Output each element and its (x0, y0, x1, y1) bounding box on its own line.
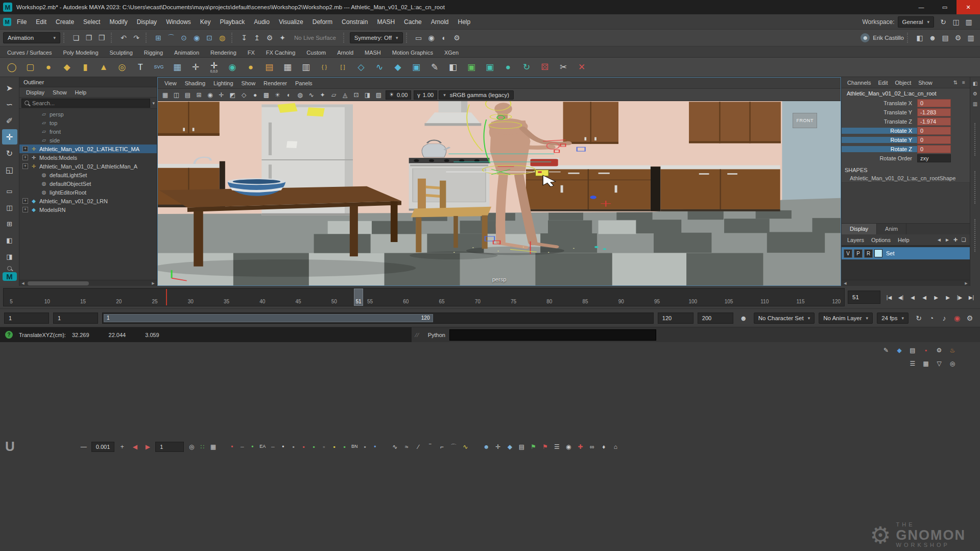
search-small-icon[interactable]: ◎ (947, 358, 958, 369)
loop-network-icon[interactable]: ↻ (518, 59, 535, 76)
shelf-tab[interactable]: FX (243, 48, 260, 57)
type-tool-icon[interactable]: T (132, 59, 149, 76)
right-base-cabinets[interactable] (526, 165, 780, 211)
tool-settings-tab-icon[interactable]: ⚙ (971, 89, 979, 98)
nurbs-cylinder-icon[interactable]: ▮ (77, 59, 94, 76)
curly-braces-icon[interactable]: { } (316, 59, 333, 76)
layer-color-swatch[interactable] (874, 249, 882, 257)
flag-green-icon[interactable]: ⚑ (528, 442, 538, 452)
new-scene-icon[interactable]: ❏ (70, 32, 82, 44)
nurbs-cube-icon[interactable]: ◆ (58, 59, 76, 76)
move-layer-up-icon[interactable]: ◄ (935, 236, 943, 244)
motion-path-icon[interactable]: ∿ (371, 59, 388, 76)
menu-item[interactable]: Select (79, 17, 105, 27)
joint-tool-icon[interactable]: ✛ (187, 59, 204, 76)
render-current-frame-icon[interactable]: ◉ (425, 32, 438, 44)
no-live-surface-label[interactable]: No Live Surface (290, 35, 340, 41)
workspace-dropdown[interactable]: General ▾ (898, 16, 934, 28)
panel-grip[interactable] (974, 171, 976, 204)
outliner-menu-item[interactable]: Show (49, 88, 70, 97)
channel-name[interactable]: Translate Y (842, 109, 917, 115)
multisample-icon[interactable]: ✦ (317, 89, 328, 100)
tangent-linear-icon[interactable]: ∕ (413, 442, 423, 452)
layout-four-pane-icon[interactable]: ⊞ (2, 216, 17, 231)
symmetry-dropdown[interactable]: Symmetry: Off ▾ (350, 32, 403, 43)
increment-icon[interactable]: + (117, 442, 127, 452)
channel-row[interactable]: Translate Z -1.974 (842, 117, 970, 126)
panel-grip[interactable] (974, 219, 976, 252)
outliner-menu-item[interactable]: Display (22, 88, 48, 97)
previous-key-icon[interactable]: ◀ (130, 442, 140, 452)
menu-item[interactable]: Windows (161, 17, 196, 27)
new-empty-layer-icon[interactable]: ✚ (951, 236, 960, 244)
screen-ao-icon[interactable]: ◍ (295, 89, 305, 100)
shelf-tab[interactable]: Motion Graphics (387, 48, 438, 57)
menu-item[interactable]: MASH (372, 17, 399, 27)
tangent-spline-icon[interactable]: ∿ (390, 442, 400, 452)
make-live-icon[interactable]: ◍ (216, 32, 228, 44)
pencil-curve-icon[interactable]: ✎ (426, 59, 443, 76)
layer-menu-item[interactable]: Help (894, 236, 913, 244)
highlight-selection-icon[interactable]: ✦ (276, 32, 289, 44)
tangent-flat-icon[interactable]: ‾ (425, 442, 435, 452)
move-tool-icon[interactable]: ✛ (2, 129, 17, 145)
channel-box-menu-item[interactable]: Show (915, 79, 936, 87)
infinity-icon[interactable]: ∞ (587, 442, 597, 452)
grid-c-icon[interactable]: ▥ (297, 59, 315, 76)
step-size-field[interactable]: 0.001 (91, 442, 115, 452)
outliner-item[interactable]: persp (19, 110, 157, 118)
viewport-canvas[interactable]: FRONT persp (158, 101, 841, 285)
outliner-item[interactable]: defaultLightSet (19, 171, 157, 179)
gamma-field[interactable]: γ 1.00 (414, 90, 437, 100)
expand-toggle-icon[interactable] (33, 172, 38, 178)
range-slider-bar[interactable]: 1 120 (104, 314, 433, 322)
scissors-icon[interactable]: ✂ (555, 59, 572, 76)
menu-item[interactable]: Arnold (426, 17, 453, 27)
dot-icon[interactable]: • (279, 442, 287, 452)
scroll-thumb[interactable] (28, 281, 89, 285)
attribute-editor-tab-icon[interactable]: ◧ (971, 79, 979, 87)
layer-menu-item[interactable]: Options (868, 236, 894, 244)
add-key-icon[interactable]: ✚ (575, 442, 585, 452)
delete-shelf-icon[interactable]: ✕ (573, 59, 590, 76)
move-layer-down-icon[interactable]: ► (943, 236, 951, 244)
range-slider-track[interactable]: 1 120 (102, 313, 654, 324)
blue-diamond-icon[interactable]: ◆ (894, 345, 904, 355)
channel-row[interactable]: Rotate X 0 (842, 126, 970, 135)
grid-view-icon[interactable]: ▦ (921, 358, 931, 369)
undo-icon[interactable]: ↶ (117, 32, 130, 44)
outliner-item[interactable]: + Athletic_Man_v01_02_LRN (19, 197, 157, 205)
scroll-left-icon[interactable]: ◀ (19, 280, 27, 286)
expand-toggle-icon[interactable]: + (22, 198, 28, 204)
search-input[interactable]: Search... (21, 99, 150, 108)
playhead[interactable]: 51 (354, 289, 363, 306)
panel-grip[interactable] (974, 123, 976, 156)
grid-snap-icon[interactable]: ▦ (208, 442, 218, 452)
gear-icon[interactable]: ⚙ (934, 345, 944, 355)
graph-icon[interactable]: ◇ (352, 59, 370, 76)
layer-menu-item[interactable]: Layers (844, 236, 868, 244)
redo-icon[interactable]: ↷ (130, 32, 142, 44)
menu-item[interactable]: Create (51, 17, 79, 27)
scroll-left-icon[interactable]: ◀ (842, 280, 849, 286)
tangent-plateau-icon[interactable]: ⌒ (448, 442, 459, 452)
sculpt-plane-icon[interactable]: ◧ (444, 59, 462, 76)
channel-slider-mode-icon[interactable]: ⇅ (951, 79, 960, 87)
playback-loop-icon[interactable]: ↻ (913, 312, 925, 324)
expand-toggle-icon[interactable] (33, 137, 38, 143)
hide-ui-icon[interactable]: ▥ (963, 16, 975, 28)
animation-end-field[interactable]: 200 (698, 313, 733, 324)
animation-start-field[interactable]: 1 (4, 313, 49, 324)
command-line-grip[interactable]: ⁄⁄ (412, 332, 424, 338)
oversscan-icon[interactable]: ◩ (227, 89, 238, 100)
layout-two-pane-icon[interactable]: ◫ (2, 200, 17, 215)
channel-box-hscrollbar[interactable]: ◀ ▶ (842, 280, 970, 286)
shelf-tab[interactable]: MASH (360, 48, 386, 57)
isolate-select-icon[interactable]: ◨ (362, 89, 373, 100)
minimize-button[interactable]: — (910, 0, 933, 14)
current-frame-field[interactable]: 51 (848, 291, 880, 304)
menu-set-dropdown[interactable]: Animation ▾ (3, 32, 60, 43)
poly-plane-icon[interactable]: ▦ (169, 59, 186, 76)
channel-value-field[interactable]: zxy (917, 154, 951, 162)
layer-name[interactable]: Set (884, 250, 895, 256)
